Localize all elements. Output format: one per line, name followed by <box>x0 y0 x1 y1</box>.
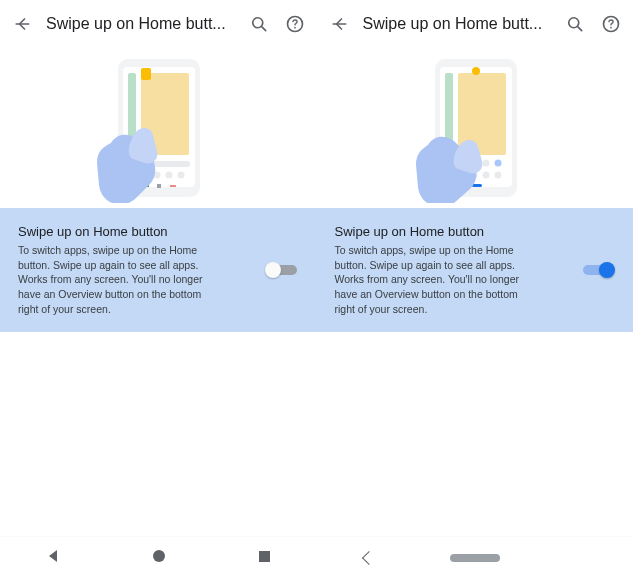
setting-title: Swipe up on Home button <box>335 224 572 239</box>
search-icon[interactable] <box>247 12 271 36</box>
help-icon[interactable] <box>283 12 307 36</box>
nav-home-icon[interactable] <box>151 548 167 568</box>
svg-point-26 <box>472 67 480 75</box>
page-title: Swipe up on Home butt... <box>46 15 235 33</box>
setting-text: Swipe up on Home button To switch apps, … <box>335 224 572 316</box>
nav-back-icon[interactable] <box>46 549 60 567</box>
help-icon[interactable] <box>599 12 623 36</box>
svg-rect-7 <box>141 68 151 80</box>
setting-row: Swipe up on Home button To switch apps, … <box>0 208 317 332</box>
svg-rect-18 <box>259 551 270 562</box>
back-icon[interactable] <box>10 12 34 36</box>
gesture-toggle-switch[interactable] <box>265 260 299 280</box>
svg-point-35 <box>482 172 489 179</box>
setting-description: To switch apps, swipe up on the Home but… <box>335 243 535 316</box>
app-bar: Swipe up on Home butt... <box>0 0 317 48</box>
gesture-illustration <box>0 48 317 208</box>
svg-point-13 <box>178 172 185 179</box>
screenshot-right: Swipe up on Home butt... <box>317 0 634 578</box>
setting-title: Swipe up on Home button <box>18 224 255 239</box>
nav-home-pill[interactable] <box>423 554 527 562</box>
nav-overview-icon[interactable] <box>258 549 271 567</box>
gesture-illustration <box>317 48 634 208</box>
svg-point-30 <box>482 160 489 167</box>
svg-point-21 <box>610 27 612 29</box>
gesture-toggle-switch[interactable] <box>581 260 615 280</box>
search-icon[interactable] <box>563 12 587 36</box>
system-nav-bar <box>0 536 317 578</box>
content-spacer <box>0 332 317 536</box>
app-bar: Swipe up on Home butt... <box>317 0 634 48</box>
setting-description: To switch apps, swipe up on the Home but… <box>18 243 218 316</box>
page-title: Swipe up on Home butt... <box>363 15 552 33</box>
svg-point-12 <box>166 172 173 179</box>
content-spacer <box>317 332 634 536</box>
nav-back-chevron-icon[interactable] <box>317 553 421 563</box>
svg-point-0 <box>252 18 262 28</box>
svg-point-19 <box>569 18 579 28</box>
svg-point-36 <box>494 172 501 179</box>
back-icon[interactable] <box>327 12 351 36</box>
svg-rect-16 <box>170 185 176 187</box>
setting-text: Swipe up on Home button To switch apps, … <box>18 224 255 316</box>
system-nav-bar <box>317 536 634 578</box>
screenshot-left: Swipe up on Home butt... <box>0 0 317 578</box>
svg-point-17 <box>153 550 165 562</box>
svg-point-2 <box>294 27 296 29</box>
svg-point-31 <box>494 160 501 167</box>
setting-row: Swipe up on Home button To switch apps, … <box>317 208 634 332</box>
svg-rect-15 <box>157 184 161 188</box>
